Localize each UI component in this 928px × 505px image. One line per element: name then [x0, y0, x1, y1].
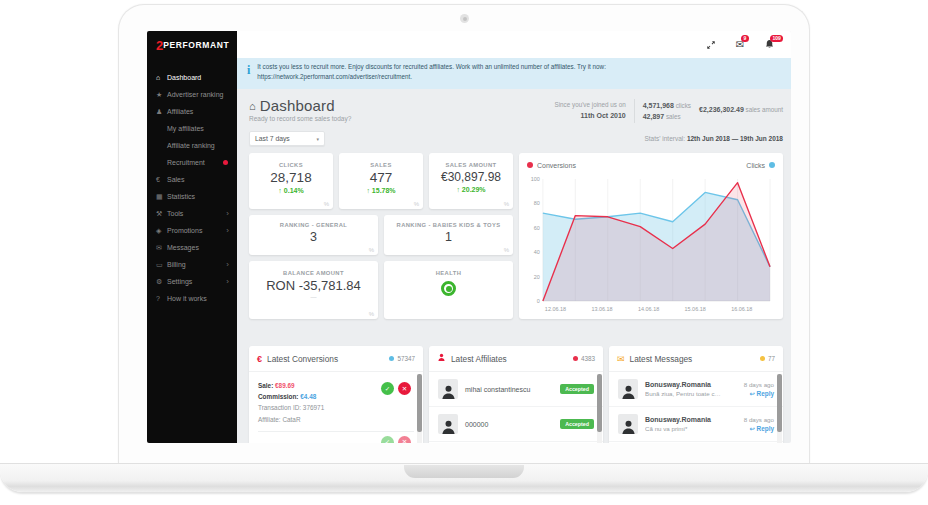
reject-button[interactable]: ✕	[398, 436, 411, 443]
topbar: ✉ 9 109	[237, 31, 791, 58]
balance-dash: —	[249, 294, 378, 300]
brand-logo[interactable]: 2 PERFORMANT	[147, 31, 237, 59]
yellow-dot-icon	[760, 356, 765, 361]
joined-since: Since you've joined us on 11th Oct 2010	[555, 97, 626, 125]
reply-button[interactable]: ↩ Reply	[744, 425, 774, 433]
app-window: 2 PERFORMANT ⌂ Dashboard ★ Advertiser ra…	[147, 31, 791, 443]
reject-button[interactable]: ✕	[398, 382, 411, 395]
conversion-actions: ✓ ✕	[381, 382, 411, 395]
sidebar-item-how-it-works[interactable]: ? How it works	[147, 290, 237, 307]
sidebar-item-sales[interactable]: € Sales	[147, 171, 237, 188]
svg-text:20: 20	[534, 274, 540, 280]
chevron-right-icon: ›	[226, 226, 229, 235]
sidebar-item-billing[interactable]: ▭ Billing ›	[147, 256, 237, 273]
sales-value: 477	[339, 170, 423, 185]
scrollbar-thumb[interactable]	[597, 374, 602, 432]
credit-card-icon: ▭	[156, 261, 167, 269]
percent-icon[interactable]: %	[369, 311, 374, 317]
sidebar: 2 PERFORMANT ⌂ Dashboard ★ Advertiser ra…	[147, 31, 237, 443]
latest-conversions-panel: € Latest Conversions 57347 Sale: €89.69 …	[249, 346, 423, 443]
sidebar-item-dashboard[interactable]: ⌂ Dashboard	[147, 69, 237, 86]
sidebar-item-label: Sales	[167, 176, 185, 183]
sidebar-item-recruitment[interactable]: Recruitment	[147, 154, 237, 171]
lifetime-stats: Since you've joined us on 11th Oct 2010 …	[555, 97, 784, 125]
scrollbar[interactable]	[597, 374, 602, 443]
sale-value: €89.69	[275, 382, 295, 389]
kpi-column: CLICKS 28,718 ↑ 0.14% % SALES 477 ↑ 15.7…	[249, 153, 513, 319]
conversion-item: Sale: €89.69 Commission: €4.48 Transacti…	[249, 372, 423, 431]
percent-icon[interactable]: %	[504, 247, 509, 253]
messages-icon[interactable]: ✉ 9	[734, 39, 746, 51]
message-row[interactable]: Bonusway.Romania Bună ziua, Pentru toate…	[609, 372, 783, 407]
status-badge[interactable]: Accepted	[560, 384, 594, 394]
sidebar-item-promotions[interactable]: ◈ Promotions ›	[147, 222, 237, 239]
affiliate-name: mihai constantinescu	[465, 386, 553, 393]
scrollbar-thumb[interactable]	[417, 374, 422, 432]
scrollbar[interactable]	[417, 374, 422, 443]
divider	[634, 99, 635, 123]
ranking-general-card: RANKING - GENERAL 3 %	[249, 215, 378, 255]
sidebar-item-messages[interactable]: ✉ Messages	[147, 239, 237, 256]
sale-label: Sale:	[258, 382, 273, 389]
bar-chart-icon: ▦	[156, 193, 167, 201]
affiliate-row[interactable]: mihai constantinescu Accepted	[429, 372, 603, 407]
sidebar-item-label: Affiliate ranking	[167, 142, 215, 149]
sidebar-item-advertiser-ranking[interactable]: ★ Advertiser ranking	[147, 86, 237, 103]
envelope-icon: ✉	[617, 354, 625, 364]
sidebar-item-statistics[interactable]: ▦ Statistics	[147, 188, 237, 205]
affiliate-row[interactable]: 000000 Accepted	[429, 407, 603, 442]
percent-icon[interactable]: %	[414, 201, 419, 207]
page-header: ⌂ Dashboard Ready to record some sales t…	[249, 89, 783, 125]
reply-button[interactable]: ↩ Reply	[744, 390, 774, 398]
arrow-up-icon: ↑	[278, 187, 282, 194]
chevron-right-icon: ›	[226, 209, 229, 218]
expand-icon[interactable]	[705, 39, 717, 51]
balance-value: RON -35,781.84	[249, 278, 378, 293]
legend-clicks[interactable]: Clicks	[746, 162, 775, 169]
svg-text:13.06.18: 13.06.18	[591, 306, 612, 312]
message-row[interactable]: Bonusway.Romania Că nu va primi* 8 days …	[609, 407, 783, 442]
banner-link[interactable]: https://network.2performant.com/advertis…	[257, 72, 606, 82]
reply-arrow-icon: ↩	[749, 425, 754, 432]
sidebar-nav: ⌂ Dashboard ★ Advertiser ranking ♟ Affil…	[147, 69, 237, 307]
approve-button[interactable]: ✓	[381, 436, 394, 443]
home-icon: ⌂	[249, 100, 256, 112]
date-range-value: Last 7 days	[255, 135, 290, 142]
sidebar-item-settings[interactable]: ⚙ Settings ›	[147, 273, 237, 290]
joined-date: 11th Oct 2010	[555, 110, 626, 121]
hinge-notch	[404, 465, 524, 478]
card-title: SALES	[339, 162, 423, 168]
commission-label: Commission:	[258, 393, 298, 400]
sales-change: ↑ 15.78%	[339, 187, 423, 194]
arrow-up-icon: ↑	[456, 186, 460, 193]
content-area: ⌂ Dashboard Ready to record some sales t…	[237, 89, 791, 443]
date-range-select[interactable]: Last 7 days ▾	[249, 131, 325, 146]
sidebar-item-tools[interactable]: ⚒ Tools ›	[147, 205, 237, 222]
person-icon	[437, 353, 446, 364]
total-sales-amount: €2,236,302.49	[699, 106, 744, 113]
question-icon: ?	[156, 295, 167, 302]
sidebar-item-affiliate-ranking[interactable]: Affiliate ranking	[147, 137, 237, 154]
sidebar-item-affiliates[interactable]: ♟ Affiliates	[147, 103, 237, 120]
svg-text:14.06.18: 14.06.18	[638, 306, 659, 312]
stats-interval: Stats' interval: 12th Jun 2018 — 19th Ju…	[644, 135, 783, 142]
legend-conversions[interactable]: Conversions	[527, 162, 576, 169]
sidebar-item-my-affiliates[interactable]: My affiliates	[147, 120, 237, 137]
home-icon: ⌂	[156, 74, 167, 81]
percent-icon[interactable]: %	[324, 201, 329, 207]
bottom-panels: € Latest Conversions 57347 Sale: €89.69 …	[249, 346, 783, 443]
notifications-icon[interactable]: 109	[763, 39, 775, 51]
approve-button[interactable]: ✓	[381, 382, 394, 395]
ranking-cards-row: RANKING - GENERAL 3 % RANKING - BABIES K…	[249, 215, 513, 255]
percent-icon[interactable]: %	[369, 247, 374, 253]
scrollbar[interactable]	[777, 374, 782, 443]
sidebar-item-label: Advertiser ranking	[167, 91, 223, 98]
conversions-clicks-chart-card: Conversions Clicks 02040608010012.06.181…	[519, 153, 783, 319]
stat-cards-row: CLICKS 28,718 ↑ 0.14% % SALES 477 ↑ 15.7…	[249, 153, 513, 209]
logo-mark: 2	[156, 38, 163, 53]
status-badge[interactable]: Accepted	[560, 419, 594, 429]
line-area-chart: 02040608010012.06.1813.06.1814.06.1815.0…	[527, 173, 775, 315]
scrollbar-thumb[interactable]	[777, 374, 782, 432]
percent-icon[interactable]: %	[504, 201, 509, 207]
affiliate-name: Affiliate: CataR	[258, 414, 414, 425]
